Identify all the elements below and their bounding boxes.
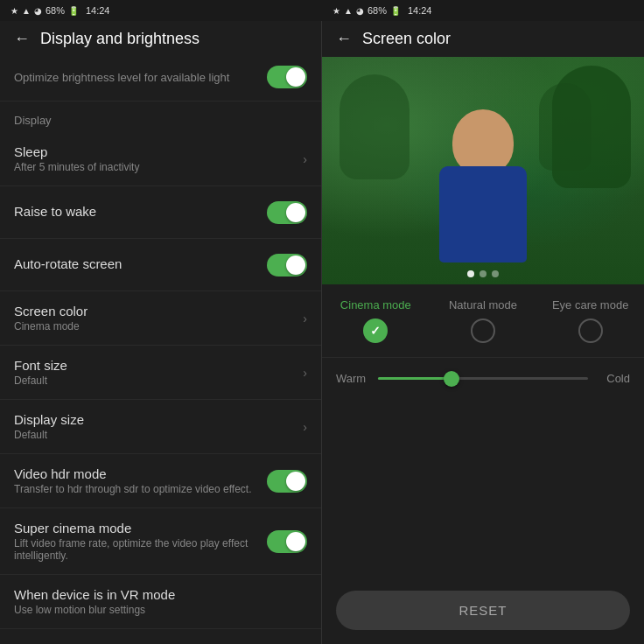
wifi-icon: ▲ <box>22 6 31 16</box>
vr-mode-text: When device is in VR mode Use low motion… <box>14 587 307 616</box>
optimize-toggle-knob <box>286 67 305 87</box>
video-hdr-item[interactable]: Video hdr mode Transfer to hdr through s… <box>0 454 321 508</box>
screen-color-item[interactable]: Screen color Cinema mode › <box>0 291 321 346</box>
auto-rotate-knob <box>286 256 305 275</box>
super-cinema-title: Super cinema mode <box>14 521 267 536</box>
sleep-subtitle: After 5 minutes of inactivity <box>14 161 303 173</box>
bluetooth-icon: ★ <box>10 6 18 16</box>
font-size-text: Font size Default <box>14 358 303 387</box>
optimize-brightness-item: Optimize brightness level for available … <box>0 57 321 102</box>
auto-rotate-text: Auto-rotate screen <box>14 256 267 273</box>
display-section-label: Display <box>0 102 321 132</box>
sleep-item-text: Sleep After 5 minutes of inactivity <box>14 144 303 173</box>
eye-care-mode-radio[interactable] <box>578 318 603 343</box>
reset-button-container: RESET <box>322 577 644 644</box>
boy-figure <box>422 109 544 284</box>
video-hdr-text: Video hdr mode Transfer to hdr through s… <box>14 466 267 495</box>
screen-color-text: Screen color Cinema mode <box>14 304 303 332</box>
sleep-item[interactable]: Sleep After 5 minutes of inactivity › <box>0 132 321 186</box>
font-size-subtitle: Default <box>14 374 303 387</box>
super-cinema-toggle-container[interactable] <box>267 530 307 553</box>
cinema-mode-label: Cinema mode <box>340 298 411 312</box>
auto-rotate-toggle-container[interactable] <box>267 254 307 276</box>
auto-rotate-item[interactable]: Auto-rotate screen <box>0 239 321 291</box>
preview-photo <box>322 57 644 284</box>
battery-icon-left: 🔋 <box>68 6 79 16</box>
raise-to-wake-toggle-container[interactable] <box>267 201 307 224</box>
left-status-icons: ★ ▲ ◕ 68% 🔋 14:24 <box>10 5 109 16</box>
vr-mode-item[interactable]: When device is in VR mode Use low motion… <box>0 575 321 629</box>
screen-color-title: Screen color <box>14 304 303 318</box>
signal-icon-r: ◕ <box>356 6 364 16</box>
raise-to-wake-item[interactable]: Raise to wake <box>0 186 321 239</box>
font-size-title: Font size <box>14 358 303 373</box>
video-hdr-title: Video hdr mode <box>14 466 267 481</box>
video-hdr-subtitle: Transfer to hdr through sdr to optimize … <box>14 483 267 495</box>
cinema-mode-option[interactable]: Cinema mode <box>322 298 430 343</box>
super-cinema-item[interactable]: Super cinema mode Lift video frame rate,… <box>0 508 321 575</box>
indicator-1 <box>467 270 474 277</box>
font-size-item[interactable]: Font size Default › <box>0 346 321 400</box>
right-back-button[interactable]: ← <box>336 30 352 48</box>
tree-center-right <box>539 83 592 171</box>
video-hdr-knob <box>286 472 305 491</box>
wifi-icon-r: ▲ <box>344 6 353 16</box>
indicator-3 <box>492 270 499 277</box>
tree-left <box>340 74 410 179</box>
raise-to-wake-text: Raise to wake <box>14 204 267 220</box>
right-panel-header: ← Screen color <box>322 21 644 57</box>
eye-care-mode-option[interactable]: Eye care mode <box>536 298 644 343</box>
screen-color-subtitle: Cinema mode <box>14 320 303 332</box>
reset-button[interactable]: RESET <box>336 591 630 630</box>
spacer <box>322 399 644 577</box>
natural-mode-label: Natural mode <box>449 298 517 312</box>
video-hdr-toggle-container[interactable] <box>267 470 307 493</box>
photo-container <box>322 57 644 284</box>
cold-label: Cold <box>597 372 630 385</box>
natural-mode-option[interactable]: Natural mode <box>430 298 537 343</box>
auto-rotate-title: Auto-rotate screen <box>14 256 267 271</box>
time-right: 14:24 <box>408 5 432 16</box>
left-panel: ← Display and brightness Optimize bright… <box>0 0 322 644</box>
photo-indicators <box>467 270 499 277</box>
raise-to-wake-title: Raise to wake <box>14 204 267 219</box>
display-size-text: Display size Default <box>14 412 303 441</box>
video-hdr-toggle[interactable] <box>267 470 307 493</box>
right-status-bar: ★ ▲ ◕ 68% 🔋 14:24 <box>322 0 644 21</box>
sleep-chevron: › <box>303 152 307 166</box>
super-cinema-knob <box>286 532 305 551</box>
left-back-button[interactable]: ← <box>14 30 30 48</box>
display-size-subtitle: Default <box>14 429 303 441</box>
optimize-brightness-toggle[interactable] <box>267 66 307 88</box>
natural-mode-radio[interactable] <box>471 318 495 343</box>
eye-care-mode-label: Eye care mode <box>552 298 628 312</box>
raise-to-wake-toggle[interactable] <box>267 201 307 224</box>
boy-body <box>439 166 527 262</box>
temperature-slider-fill <box>378 377 452 380</box>
super-cinema-subtitle: Lift video frame rate, optimize the vide… <box>14 537 267 562</box>
raise-to-wake-knob <box>286 203 305 222</box>
display-size-chevron: › <box>303 420 307 434</box>
cinema-mode-radio[interactable] <box>363 318 388 343</box>
temperature-slider-track[interactable] <box>378 377 588 380</box>
display-size-title: Display size <box>14 412 303 427</box>
boy-head <box>452 109 514 175</box>
auto-rotate-toggle[interactable] <box>267 254 307 276</box>
left-panel-header: ← Display and brightness <box>0 21 321 57</box>
battery-icon-right: 🔋 <box>390 6 401 16</box>
left-panel-title: Display and brightness <box>40 30 200 48</box>
temperature-slider-thumb[interactable] <box>444 371 459 387</box>
battery-text-right: 68% <box>368 5 387 16</box>
sleep-title: Sleep <box>14 144 303 159</box>
screen-color-chevron: › <box>303 312 307 326</box>
temperature-slider-container: Warm Cold <box>322 358 644 399</box>
super-cinema-toggle[interactable] <box>267 530 307 553</box>
battery-text-left: 68% <box>46 5 65 16</box>
vr-mode-subtitle: Use low motion blur settings <box>14 604 307 616</box>
bluetooth-icon-r: ★ <box>332 6 340 16</box>
display-size-item[interactable]: Display size Default › <box>0 400 321 454</box>
optimize-brightness-text: Optimize brightness level for available … <box>14 71 267 84</box>
font-size-chevron: › <box>303 366 307 380</box>
vr-mode-title: When device is in VR mode <box>14 587 307 602</box>
optimize-toggle-switch[interactable] <box>267 66 307 88</box>
